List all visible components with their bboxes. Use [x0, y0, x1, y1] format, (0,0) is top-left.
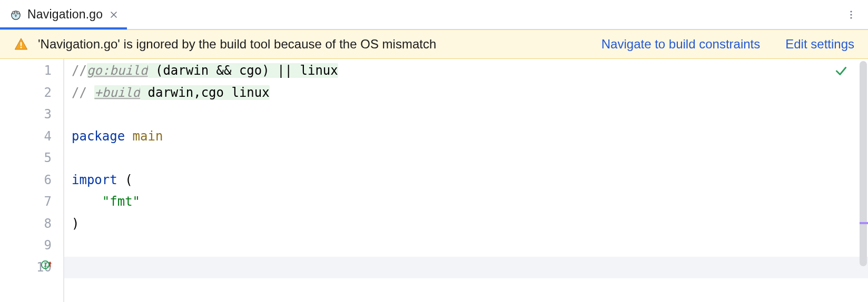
line-number: 3 [0, 104, 52, 126]
svg-point-6 [850, 11, 852, 12]
code-area[interactable]: //go:build (darwin && cgo) || linux // +… [64, 59, 868, 302]
line-number: 8 [0, 213, 52, 235]
svg-point-4 [17, 12, 18, 13]
implements-gutter-icon[interactable]: I [40, 257, 53, 279]
scrollbar-rail [856, 59, 868, 302]
close-icon[interactable] [109, 10, 119, 19]
svg-point-8 [850, 17, 852, 18]
scrollbar-thumb[interactable] [860, 61, 867, 266]
line-number: 4 [0, 126, 52, 148]
navigate-build-constraints-link[interactable]: Navigate to build constraints [601, 37, 761, 52]
scrollbar-track[interactable] [859, 59, 868, 301]
code-text: // [72, 85, 94, 100]
line-number: 7 [0, 191, 52, 213]
go-file-icon [9, 8, 22, 21]
more-options-icon[interactable] [841, 4, 862, 25]
tab-bar: Navigation.go [0, 0, 868, 29]
code-text: "fmt" [102, 194, 140, 209]
code-text: go:build [87, 63, 148, 78]
code-text: (darwin && cgo) || linux [148, 63, 338, 78]
code-text: darwin,cgo linux [140, 85, 270, 100]
code-text: ( [117, 173, 133, 187]
code-text: // [72, 63, 87, 78]
svg-text:I: I [44, 262, 47, 269]
code-text [72, 194, 102, 209]
line-number: 10 I [0, 257, 52, 279]
tab-navigation-go[interactable]: Navigation.go [0, 0, 127, 29]
code-text: import [72, 173, 117, 187]
inspection-ok-icon[interactable] [834, 63, 848, 85]
notification-message: 'Navigation.go' is ignored by the build … [38, 37, 576, 52]
tab-label: Navigation.go [27, 7, 103, 22]
svg-point-7 [850, 14, 852, 15]
svg-point-3 [14, 12, 15, 13]
line-number: 9 [0, 235, 52, 257]
svg-rect-9 [21, 42, 22, 46]
line-number: 5 [0, 147, 52, 169]
notification-bar: 'Navigation.go' is ignored by the build … [0, 29, 868, 59]
code-text: package [72, 129, 125, 144]
svg-point-10 [21, 47, 22, 48]
code-editor[interactable]: 1 2 3 4 5 6 7 8 9 10 I [0, 59, 868, 302]
line-number: 1 [0, 60, 52, 82]
scrollbar-marker [860, 222, 868, 224]
line-number: 2 [0, 82, 52, 104]
gutter: 1 2 3 4 5 6 7 8 9 10 I [0, 59, 63, 302]
warning-icon [14, 37, 28, 52]
code-text: +build [94, 85, 140, 100]
code-text: main [125, 129, 163, 144]
svg-point-5 [15, 15, 17, 16]
code-text: ) [72, 216, 79, 231]
line-number: 6 [0, 169, 52, 192]
edit-settings-link[interactable]: Edit settings [785, 37, 854, 52]
